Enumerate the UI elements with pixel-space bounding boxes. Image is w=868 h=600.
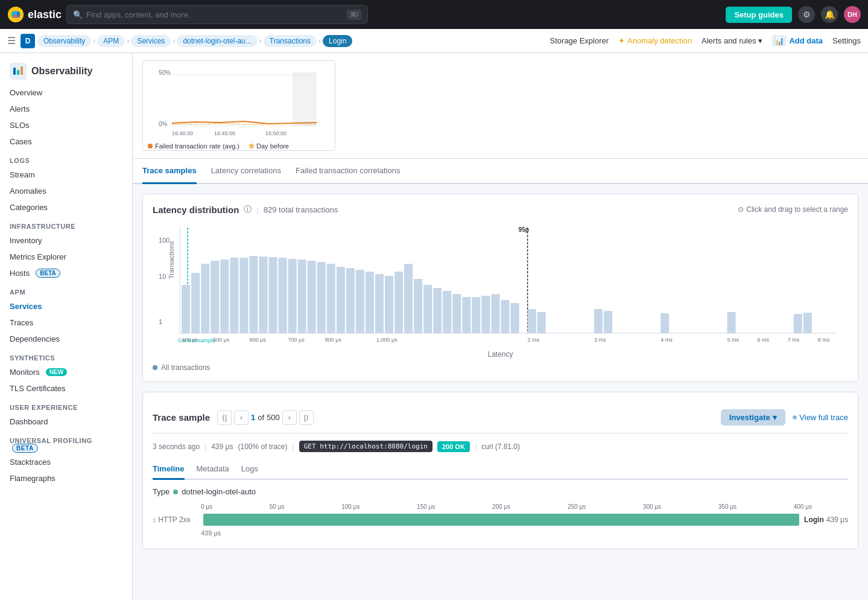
sidebar-item-flamegraphs[interactable]: Flamegraphs <box>0 470 132 487</box>
next-page-button[interactable]: › <box>282 410 297 425</box>
sidebar-section-infrastructure: Infrastructure <box>0 215 132 232</box>
svg-rect-36 <box>288 259 297 333</box>
svg-rect-64 <box>661 313 669 333</box>
sidebar-item-metrics-explorer[interactable]: Metrics Explorer <box>0 249 132 265</box>
sidebar-item-anomalies[interactable]: Anomalies <box>0 183 132 199</box>
sidebar-section-synthetics: Synthetics <box>0 347 132 364</box>
tab-timeline[interactable]: Timeline <box>153 459 185 480</box>
sidebar-item-dependencies[interactable]: Dependencies <box>0 331 132 347</box>
svg-rect-39 <box>317 262 326 333</box>
sidebar-item-overview[interactable]: Overview <box>0 85 132 101</box>
avatar[interactable]: DH <box>844 6 861 23</box>
svg-text:Transactions: Transactions <box>168 241 175 279</box>
search-bar[interactable]: 🔍 ⌘/ <box>66 5 368 24</box>
latency-header: Latency distribution ⓘ | 829 total trans… <box>153 204 848 215</box>
sidebar-item-traces[interactable]: Traces <box>0 314 132 331</box>
investigate-button[interactable]: Investigate ▾ <box>721 409 785 426</box>
alerts-rules-link[interactable]: Alerts and rules ▾ <box>702 36 762 45</box>
last-page-button[interactable]: |⟩ <box>299 410 314 425</box>
sidebar-item-tls[interactable]: TLS Certificates <box>0 380 132 397</box>
breadcrumb-login[interactable]: Login <box>323 35 352 47</box>
sidebar-item-alerts[interactable]: Alerts <box>0 101 132 117</box>
sidebar-item-dashboard[interactable]: Dashboard <box>0 413 132 430</box>
tab-failed-transaction-correlations[interactable]: Failed transaction correlations <box>296 159 400 184</box>
view-full-trace-button[interactable]: ≡ View full trace <box>793 413 848 422</box>
sidebar-item-monitors[interactable]: Monitors NEW <box>0 364 132 380</box>
svg-rect-47 <box>394 272 403 333</box>
svg-text:8 ms: 8 ms <box>818 337 830 343</box>
svg-rect-41 <box>337 267 345 333</box>
search-input[interactable] <box>86 10 343 19</box>
page-current: 1 <box>251 413 255 422</box>
sidebar-item-slos[interactable]: SLOs <box>0 117 132 133</box>
trace-percent: (100% of trace) <box>238 442 287 451</box>
settings-link[interactable]: Settings <box>832 36 861 45</box>
observability-logo <box>10 63 27 80</box>
sidebar-item-stream[interactable]: Stream <box>0 167 132 183</box>
svg-rect-38 <box>308 261 316 333</box>
histogram-svg: 100 10 1 Transactions Current sample 95p <box>153 225 848 345</box>
sidebar-item-hosts[interactable]: Hosts BETA <box>0 265 132 281</box>
setup-guides-button[interactable]: Setup guides <box>726 7 792 23</box>
monitors-new-badge: NEW <box>46 368 67 376</box>
first-page-button[interactable]: ⟨| <box>217 410 232 425</box>
svg-text:16:50:00: 16:50:00 <box>265 130 287 136</box>
service-name: dotnet-login-otel-auto <box>182 487 256 496</box>
sidebar-item-services[interactable]: Services <box>0 298 132 314</box>
tab-latency-correlations[interactable]: Latency correlations <box>211 159 281 184</box>
settings-icon[interactable]: ⚙ <box>798 6 815 23</box>
timeline-x-axis: 0 μs 50 μs 100 μs 150 μs 200 μs 250 μs 3… <box>201 503 812 510</box>
svg-rect-31 <box>239 258 248 333</box>
svg-rect-29 <box>220 260 229 333</box>
page-of: of <box>258 413 264 422</box>
anomaly-detection-link[interactable]: ✦ Anomaly detection <box>618 36 692 45</box>
tab-trace-samples[interactable]: Trace samples <box>142 159 197 184</box>
svg-rect-37 <box>298 260 306 333</box>
header-actions: Storage Explorer ✦ Anomaly detection Ale… <box>550 35 861 46</box>
svg-text:4 ms: 4 ms <box>661 337 673 343</box>
svg-text:400 μs: 400 μs <box>182 337 198 343</box>
svg-rect-55 <box>472 297 480 333</box>
tick-250: 250 μs <box>568 503 586 510</box>
breadcrumb-service-name[interactable]: dotnet-login-otel-au... <box>177 35 257 47</box>
svg-rect-42 <box>346 268 355 333</box>
hamburger-menu[interactable]: ☰ <box>7 35 16 46</box>
svg-text:600 μs: 600 μs <box>249 337 266 343</box>
breadcrumb-transactions[interactable]: Transactions <box>264 35 317 47</box>
tab-metadata[interactable]: Metadata <box>197 459 229 480</box>
all-transactions-legend: All transactions <box>153 363 848 372</box>
tick-100: 100 μs <box>341 503 360 510</box>
svg-text:1: 1 <box>159 318 162 325</box>
breadcrumb-bar: ☰ D Observability › APM › Services › dot… <box>0 29 868 53</box>
tab-logs[interactable]: Logs <box>241 459 258 480</box>
svg-rect-67 <box>803 313 812 333</box>
layout: Observability Overview Alerts SLOs Cases… <box>0 53 868 600</box>
storage-explorer-link[interactable]: Storage Explorer <box>550 36 609 45</box>
svg-text:700 μs: 700 μs <box>288 337 305 343</box>
trace-icon: ≡ <box>793 413 797 422</box>
breadcrumb-apm[interactable]: APM <box>97 35 125 47</box>
latency-info-icon[interactable]: ⓘ <box>244 204 252 215</box>
svg-rect-43 <box>356 270 364 333</box>
sidebar-item-inventory[interactable]: Inventory <box>0 232 132 249</box>
sidebar-item-stacktraces[interactable]: Stacktraces <box>0 454 132 470</box>
sidebar-section-apm: APM <box>0 281 132 298</box>
search-shortcut: ⌘/ <box>347 10 361 20</box>
notifications-icon[interactable]: 🔔 <box>821 6 838 23</box>
sidebar-item-cases[interactable]: Cases <box>0 133 132 150</box>
content-area: Latency distribution ⓘ | 829 total trans… <box>133 184 868 569</box>
trace-sample-header: Trace sample ⟨| ‹ 1 of 500 › |⟩ Investig… <box>153 402 848 433</box>
svg-rect-27 <box>201 264 209 333</box>
svg-text:95p: 95p <box>519 226 529 233</box>
prev-page-button[interactable]: ‹ <box>234 410 249 425</box>
breadcrumb-observability[interactable]: Observability <box>37 35 91 47</box>
add-data-link[interactable]: 📊 Add data <box>772 35 823 46</box>
topbar-right: Setup guides ⚙ 🔔 DH <box>726 6 861 23</box>
sidebar-item-categories[interactable]: Categories <box>0 199 132 215</box>
svg-text:800 μs: 800 μs <box>325 337 342 343</box>
span-http: HTTP 2xx <box>159 515 191 524</box>
span-bold-name: Login <box>804 515 824 524</box>
svg-rect-35 <box>279 258 287 333</box>
breadcrumb-services[interactable]: Services <box>131 35 171 47</box>
histogram-chart[interactable]: 100 10 1 Transactions Current sample 95p <box>153 225 848 345</box>
